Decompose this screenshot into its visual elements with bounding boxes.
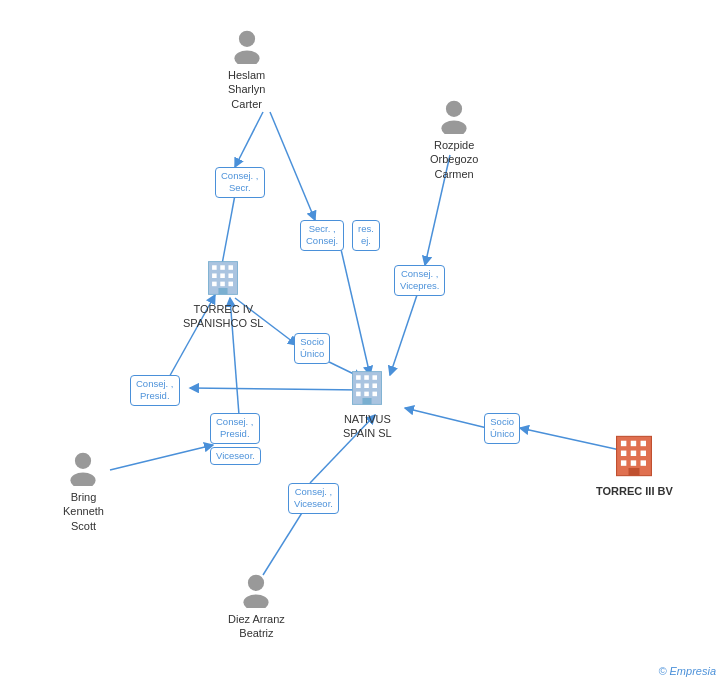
person-icon-kenneth: [65, 450, 101, 486]
svg-line-1: [235, 112, 263, 167]
svg-line-9: [190, 388, 362, 390]
svg-rect-28: [212, 282, 217, 287]
svg-rect-27: [229, 273, 234, 278]
svg-rect-24: [229, 265, 234, 270]
building-icon-torrec3: [610, 432, 658, 480]
node-torrec4: TORREC IV SPANISHCO SL: [183, 258, 264, 331]
badge-consej-presid-left: Consej. ,Presid.: [130, 375, 180, 406]
badge-viceseor: Viceseor.: [210, 447, 261, 465]
person-icon-rozpide: [436, 98, 472, 134]
svg-point-20: [442, 121, 467, 135]
watermark: © Empresia: [658, 665, 716, 677]
diagram: Heslam Sharlyn Carter Rozpide Orbegozo C…: [0, 0, 728, 685]
svg-point-43: [75, 453, 91, 469]
svg-line-11: [110, 445, 213, 470]
svg-rect-36: [356, 383, 361, 388]
badge-socio-unico-top: SocioÚnico: [294, 333, 330, 364]
node-rozpide: Rozpide Orbegozo Carmen: [430, 98, 478, 181]
svg-point-46: [244, 595, 269, 609]
label-diez: Diez Arranz Beatriz: [228, 612, 285, 641]
label-heslam: Heslam Sharlyn Carter: [228, 68, 265, 111]
svg-rect-34: [365, 375, 370, 380]
svg-rect-25: [212, 273, 217, 278]
svg-rect-53: [641, 451, 646, 456]
svg-rect-54: [621, 460, 626, 465]
svg-point-19: [446, 101, 462, 117]
svg-rect-55: [631, 460, 636, 465]
label-torrec4: TORREC IV SPANISHCO SL: [183, 302, 264, 331]
label-kenneth: Bring Kenneth Scott: [63, 490, 104, 533]
svg-rect-52: [631, 451, 636, 456]
svg-rect-35: [373, 375, 378, 380]
svg-point-45: [248, 575, 264, 591]
person-icon-heslam: [229, 28, 265, 64]
svg-line-6: [390, 292, 418, 375]
svg-rect-42: [363, 398, 372, 404]
label-rozpide: Rozpide Orbegozo Carmen: [430, 138, 478, 181]
svg-rect-56: [641, 460, 646, 465]
svg-rect-48: [621, 441, 626, 446]
svg-rect-57: [629, 468, 640, 476]
node-nativus: NATIVUS SPAIN SL: [343, 368, 392, 441]
svg-line-16: [405, 408, 487, 428]
connections-svg: [0, 0, 728, 685]
svg-line-4: [340, 245, 370, 375]
svg-rect-40: [365, 392, 370, 397]
svg-line-3: [270, 112, 315, 220]
svg-point-18: [234, 51, 259, 65]
label-nativus: NATIVUS SPAIN SL: [343, 412, 392, 441]
svg-point-17: [239, 31, 255, 47]
svg-rect-30: [229, 282, 234, 287]
svg-point-44: [71, 473, 96, 487]
svg-rect-38: [373, 383, 378, 388]
badge-consej-viceseor: Consej. ,Viceseor.: [288, 483, 339, 514]
svg-rect-33: [356, 375, 361, 380]
svg-rect-23: [221, 265, 226, 270]
node-torrec3: TORREC III BV: [596, 432, 673, 498]
svg-rect-50: [641, 441, 646, 446]
person-icon-diez: [238, 572, 274, 608]
building-icon-nativus: [347, 368, 387, 408]
badge-secr-consej: Secr. ,Consej.: [300, 220, 344, 251]
node-diez: Diez Arranz Beatriz: [228, 572, 285, 641]
svg-rect-29: [221, 282, 226, 287]
badge-consej-presid-mid: Consej. ,Presid.: [210, 413, 260, 444]
label-torrec3: TORREC III BV: [596, 484, 673, 498]
badge-res-ej: res.ej.: [352, 220, 380, 251]
svg-rect-41: [373, 392, 378, 397]
svg-rect-37: [365, 383, 370, 388]
node-heslam: Heslam Sharlyn Carter: [228, 28, 265, 111]
badge-consej-vicepres: Consej. ,Vicepres.: [394, 265, 445, 296]
badge-consej-secr: Consej. ,Secr.: [215, 167, 265, 198]
svg-rect-49: [631, 441, 636, 446]
svg-rect-39: [356, 392, 361, 397]
svg-rect-26: [221, 273, 226, 278]
svg-rect-31: [219, 288, 228, 294]
badge-socio-unico-right: SocioÚnico: [484, 413, 520, 444]
svg-rect-51: [621, 451, 626, 456]
svg-rect-22: [212, 265, 217, 270]
node-kenneth: Bring Kenneth Scott: [63, 450, 104, 533]
building-icon-torrec4: [203, 258, 243, 298]
